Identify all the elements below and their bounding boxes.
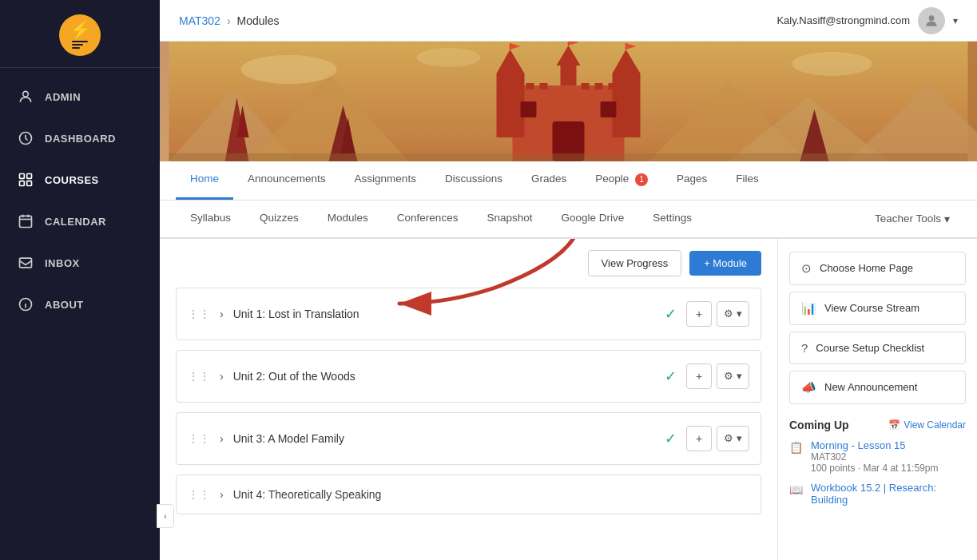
gear-button-1[interactable]: ⚙ ▾ — [717, 301, 749, 327]
calendar-icon — [18, 213, 34, 229]
svg-rect-32 — [540, 83, 548, 89]
module-title-1: Unit 1: Lost in Translation — [233, 308, 655, 320]
svg-rect-35 — [609, 83, 617, 89]
inbox-icon — [18, 255, 34, 271]
user-avatar[interactable] — [918, 7, 945, 34]
module-action-bar: View Progress + Module — [160, 239, 777, 288]
expand-chevron-3[interactable]: › — [220, 432, 224, 445]
tab-quizzes[interactable]: Quizzes — [245, 201, 313, 237]
svg-rect-44 — [601, 101, 617, 117]
logo-container: ⚡ — [0, 0, 160, 68]
teacher-tools-chevron: ▾ — [944, 212, 950, 225]
gear-icon-2: ⚙ — [724, 370, 733, 382]
topbar: MAT302 › Modules Kaly.Nasiff@strongmind.… — [160, 0, 977, 42]
tab-google-drive[interactable]: Google Drive — [546, 201, 638, 237]
tab-people-label: People — [595, 173, 629, 185]
logo-line-1 — [72, 41, 88, 42]
tab-modules[interactable]: Modules — [313, 201, 383, 237]
tab-discussions[interactable]: Discussions — [431, 161, 517, 200]
tab-grades[interactable]: Grades — [517, 161, 581, 200]
add-module-button[interactable]: + Module — [689, 251, 761, 276]
tab-files[interactable]: Files — [721, 161, 773, 200]
add-item-button-1[interactable]: + — [686, 301, 712, 327]
announcement-icon: 📣 — [801, 380, 816, 395]
tab-conferences[interactable]: Conferences — [383, 201, 473, 237]
gear-icon-3: ⚙ — [724, 432, 733, 444]
svg-rect-6 — [20, 216, 32, 227]
module-title-3: Unit 3: A Model Family — [233, 432, 655, 445]
view-progress-button[interactable]: View Progress — [588, 250, 682, 276]
view-calendar-link[interactable]: 📅 View Calendar — [888, 419, 966, 431]
hero-illustration — [160, 42, 977, 161]
about-icon — [18, 296, 34, 312]
choose-home-label: Choose Home Page — [820, 262, 913, 274]
drag-handle-3[interactable]: ⋮⋮ — [188, 432, 210, 445]
bolt-icon: ⚡ — [70, 22, 91, 39]
app-logo: ⚡ — [59, 14, 101, 56]
user-email: Kaly.Nasiff@strongmind.com — [776, 14, 910, 26]
drag-handle-1[interactable]: ⋮⋮ — [188, 308, 210, 320]
expand-chevron-2[interactable]: › — [220, 370, 224, 383]
coming-up-title: Coming Up — [789, 419, 849, 431]
check-circle-2: ✓ — [665, 367, 677, 385]
svg-rect-3 — [27, 174, 32, 179]
view-calendar-label: View Calendar — [904, 419, 966, 431]
sidebar-item-inbox[interactable]: INBOX — [0, 242, 160, 284]
expand-chevron-1[interactable]: › — [220, 308, 224, 320]
course-setup-checklist-button[interactable]: ? Course Setup Checklist — [789, 332, 966, 364]
gear-icon-1: ⚙ — [724, 308, 733, 320]
module-item-2: ⋮⋮ › Unit 2: Out of the Woods ✓ + ⚙ ▾ — [176, 350, 761, 403]
coming-up-icon-2: 📖 — [789, 483, 803, 496]
tab-assignments[interactable]: Assignments — [340, 161, 431, 200]
teacher-tools-tab[interactable]: Teacher Tools ▾ — [864, 201, 961, 236]
module-item-3: ⋮⋮ › Unit 3: A Model Family ✓ + ⚙ ▾ — [176, 412, 761, 465]
gear-button-2[interactable]: ⚙ ▾ — [717, 363, 749, 389]
calendar-link-icon: 📅 — [888, 419, 900, 431]
tab-settings[interactable]: Settings — [638, 201, 706, 237]
breadcrumb-separator: › — [227, 14, 231, 27]
svg-rect-2 — [20, 174, 25, 179]
modules-list-container: ⋮⋮ › Unit 1: Lost in Translation ✓ + ⚙ ▾ — [160, 288, 777, 514]
view-course-stream-button[interactable]: 📊 View Course Stream — [789, 292, 966, 325]
svg-rect-31 — [526, 83, 534, 89]
tab-syllabus[interactable]: Syllabus — [176, 201, 245, 237]
sidebar-item-about[interactable]: ABOUT — [0, 284, 160, 325]
coming-up-name-1[interactable]: Morning - Lesson 15 — [811, 439, 938, 451]
new-announcement-label: New Announcement — [824, 381, 917, 393]
gear-button-3[interactable]: ⚙ ▾ — [717, 426, 749, 451]
tab-home[interactable]: Home — [176, 161, 233, 200]
coming-up-name-2[interactable]: Workbook 15.2 | Research: Building — [811, 482, 966, 506]
user-menu-chevron[interactable]: ▾ — [953, 15, 958, 26]
tab-snapshot[interactable]: Snapshot — [472, 201, 546, 237]
coming-up-section: Coming Up 📅 View Calendar 📋 Morning - Le… — [789, 419, 966, 514]
logo-line-3 — [72, 47, 80, 49]
sidebar-item-dashboard[interactable]: DASHBOARD — [0, 117, 160, 159]
choose-home-page-button[interactable]: ⊙ Choose Home Page — [789, 252, 966, 285]
drag-handle-2[interactable]: ⋮⋮ — [188, 370, 210, 383]
course-setup-checklist-label: Course Setup Checklist — [816, 342, 924, 354]
tab-announcements[interactable]: Announcements — [233, 161, 340, 200]
new-announcement-button[interactable]: 📣 New Announcement — [789, 371, 966, 404]
breadcrumb-course-link[interactable]: MAT302 — [179, 14, 220, 27]
svg-rect-30 — [513, 83, 521, 89]
add-item-button-2[interactable]: + — [686, 363, 712, 389]
expand-chevron-4[interactable]: › — [220, 488, 224, 501]
sidebar-item-calendar[interactable]: CALENDAR — [0, 201, 160, 242]
sidebar-item-admin[interactable]: ADMIN — [0, 76, 160, 117]
admin-icon — [18, 89, 34, 105]
tab-people[interactable]: People 1 — [581, 161, 662, 200]
coming-up-content-1: Morning - Lesson 15 MAT302 100 points · … — [811, 439, 938, 474]
coming-up-meta-1: 100 points · Mar 4 at 11:59pm — [811, 463, 938, 474]
drag-handle-4[interactable]: ⋮⋮ — [188, 488, 210, 501]
sidebar-item-courses[interactable]: COURSES — [0, 159, 160, 201]
svg-rect-34 — [595, 83, 603, 89]
people-badge: 1 — [635, 173, 648, 186]
sidebar-collapse-button[interactable]: ‹ — [157, 504, 174, 528]
tab-pages[interactable]: Pages — [662, 161, 721, 200]
svg-point-51 — [417, 48, 481, 67]
module-item-1: ⋮⋮ › Unit 1: Lost in Translation ✓ + ⚙ ▾ — [176, 288, 761, 340]
view-stream-icon: 📊 — [801, 301, 816, 316]
view-course-stream-label: View Course Stream — [824, 302, 919, 314]
sidebar-item-calendar-label: CALENDAR — [45, 216, 106, 228]
add-item-button-3[interactable]: + — [686, 426, 712, 451]
